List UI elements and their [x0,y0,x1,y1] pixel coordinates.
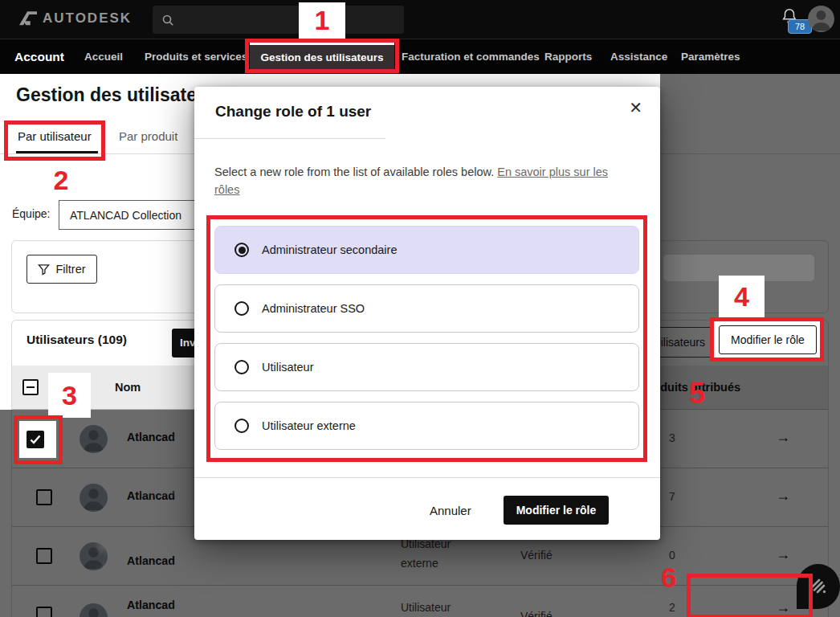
brand-name: AUTODESK [43,10,132,27]
annotation-box-2 [4,121,105,161]
annotation-box-3 [14,415,63,464]
top-bar: AUTODESK 78 [0,0,840,39]
learn-more-link[interactable]: En savoir plus sur les [497,165,608,178]
annotation-box-6 [687,574,813,617]
modal-footer-divider [194,477,660,478]
annotation-number-3: 3 [48,373,91,418]
team-label: Équipe: [12,207,50,220]
nav-account[interactable]: Account [14,39,64,74]
nav-produits-et-services[interactable]: Produits et services [145,39,247,74]
indeterminate-dash-icon [27,386,35,388]
annotation-box-4 [710,317,824,362]
annotation-number-5: 5 [689,379,705,408]
nav-facturation-et-commandes[interactable]: Facturation et commandes [402,39,540,74]
close-icon[interactable]: ✕ [629,100,642,116]
select-all-checkbox[interactable] [22,379,39,395]
funnel-icon [38,264,50,276]
main-nav: Account Accueil Produits et services Fac… [0,39,840,74]
users-count-heading: Utilisateurs (109) [27,333,127,347]
annotation-box-1 [245,39,399,73]
modal-title: Change role of 1 user [215,103,371,121]
annotation-number-2: 2 [38,161,84,199]
annotation-number-6: 6 [661,563,676,591]
nav-rapports[interactable]: Rapports [544,39,592,74]
user-avatar[interactable] [808,6,834,32]
filter-button-label: Filtrer [55,263,85,276]
nav-accueil[interactable]: Accueil [84,39,123,74]
autodesk-logo-icon [19,11,37,26]
autodesk-account-screen: AUTODESK 78 Account Accueil Produits et … [0,0,840,617]
modal-body-text: Select a new role from the list of avail… [214,164,650,199]
cancel-button[interactable]: Annuler [430,504,471,517]
modal-instruction: Select a new role from the list of avail… [214,165,494,178]
annotation-number-1: 1 [299,2,345,39]
modal-title-divider [194,138,385,139]
search-icon [161,14,174,27]
modify-role-submit-button[interactable]: Modifier le rôle [504,496,609,525]
tab-par-produit[interactable]: Par produit [119,129,177,143]
filter-button[interactable]: Filtrer [27,255,97,284]
person-icon [808,6,834,32]
change-role-modal: Change role of 1 user ✕ Select a new rol… [194,87,660,540]
autodesk-logo[interactable]: AUTODESK [19,10,132,27]
search-input[interactable] [153,6,404,34]
annotation-number-4: 4 [719,276,765,318]
annotation-box-5 [206,215,647,462]
nav-assistance[interactable]: Assistance [610,39,667,74]
nav-parametres[interactable]: Paramètres [681,39,740,74]
column-header-nom: Nom [115,381,141,394]
learn-more-link-line2[interactable]: rôles [214,183,239,196]
